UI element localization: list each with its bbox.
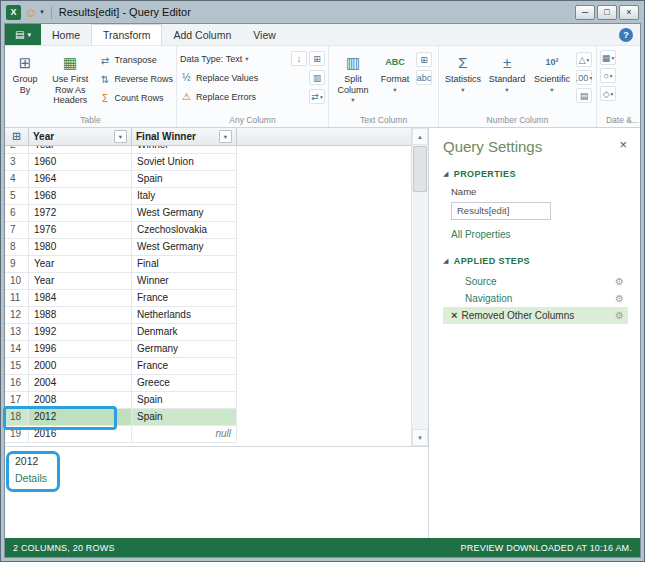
year-cell[interactable]: 1964: [29, 171, 132, 188]
winner-cell[interactable]: Germany: [132, 341, 237, 358]
winner-cell[interactable]: null: [132, 426, 237, 443]
date-icon[interactable]: ▦ ▾: [600, 50, 616, 65]
filter-icon[interactable]: ▾: [114, 130, 127, 143]
year-cell[interactable]: 2008: [29, 392, 132, 409]
table-row[interactable]: 10 Year Winner: [5, 273, 411, 290]
transpose-button[interactable]: ⇄ Transpose: [98, 52, 173, 68]
scientific-button[interactable]: 10² Scientific ▾: [530, 48, 574, 114]
unpivot-columns-icon[interactable]: ▥: [309, 70, 325, 85]
information-icon[interactable]: ▤: [576, 88, 592, 103]
scroll-up-button[interactable]: ▴: [412, 128, 428, 145]
filter-icon[interactable]: ▾: [219, 130, 232, 143]
row-number-cell[interactable]: 9: [5, 256, 29, 273]
winner-cell[interactable]: West Germany: [132, 239, 237, 256]
year-cell[interactable]: 1992: [29, 324, 132, 341]
year-cell[interactable]: 1972: [29, 205, 132, 222]
move-icon[interactable]: ⇄ ▾: [309, 89, 325, 104]
winner-cell[interactable]: Czechoslovakia: [132, 222, 237, 239]
pivot-column-icon[interactable]: ⊞: [309, 51, 325, 66]
close-pane-icon[interactable]: ×: [619, 137, 627, 152]
row-number-cell[interactable]: 14: [5, 341, 29, 358]
quick-access-dropdown-icon[interactable]: ▾: [40, 8, 44, 16]
vertical-scrollbar[interactable]: ▴ ▾: [411, 128, 428, 446]
table-row[interactable]: 6 1972 West Germany: [5, 205, 411, 222]
winner-cell[interactable]: Winner: [132, 146, 237, 154]
tab-home[interactable]: Home: [41, 24, 91, 45]
use-first-row-as-headers-button[interactable]: ▦ Use First Row As Headers: [44, 48, 97, 114]
scrollbar-track[interactable]: [412, 145, 428, 429]
row-number-cell[interactable]: 10: [5, 273, 29, 290]
applied-steps-section-header[interactable]: ◢ APPLIED STEPS: [443, 256, 628, 266]
row-number-cell[interactable]: 12: [5, 307, 29, 324]
rounding-icon[interactable]: .00 ▾: [576, 70, 592, 85]
column-header-year[interactable]: Year ▾: [29, 128, 132, 145]
year-cell[interactable]: Year: [29, 256, 132, 273]
winner-cell[interactable]: Netherlands: [132, 307, 237, 324]
table-row[interactable]: 14 1996 Germany: [5, 341, 411, 358]
count-rows-button[interactable]: Σ Count Rows: [98, 90, 173, 106]
winner-cell[interactable]: Winner: [132, 273, 237, 290]
feedback-smiley-icon[interactable]: ☺: [24, 5, 37, 20]
winner-cell[interactable]: West Germany: [132, 205, 237, 222]
row-number-cell[interactable]: 6: [5, 205, 29, 222]
standard-button[interactable]: ± Standard ▾: [486, 48, 528, 114]
time-icon[interactable]: ○ ▾: [600, 68, 616, 83]
table-row[interactable]: 19 2016 null: [5, 426, 411, 443]
applied-step-removed-other-columns[interactable]: × Removed Other Columns ⚙: [443, 307, 628, 324]
winner-cell[interactable]: Spain: [132, 392, 237, 409]
winner-cell[interactable]: Soviet Union: [132, 154, 237, 171]
year-cell[interactable]: 2004: [29, 375, 132, 392]
row-number-cell[interactable]: 11: [5, 290, 29, 307]
table-row[interactable]: 5 1968 Italy: [5, 188, 411, 205]
row-number-cell[interactable]: 2: [5, 146, 29, 154]
table-row[interactable]: 2 Year Winner: [5, 146, 411, 154]
minimize-button[interactable]: ─: [575, 5, 595, 20]
winner-cell[interactable]: Denmark: [132, 324, 237, 341]
table-row[interactable]: 9 Year Final: [5, 256, 411, 273]
table-menu-button[interactable]: ⊞: [5, 128, 29, 145]
year-cell[interactable]: 1976: [29, 222, 132, 239]
year-cell[interactable]: 1980: [29, 239, 132, 256]
table-row[interactable]: 7 1976 Czechoslovakia: [5, 222, 411, 239]
group-by-button[interactable]: ⊞ Group By: [8, 48, 42, 114]
winner-cell[interactable]: France: [132, 290, 237, 307]
duration-icon[interactable]: ◇ ▾: [600, 86, 616, 101]
gear-icon[interactable]: ⚙: [615, 276, 624, 287]
scroll-down-button[interactable]: ▾: [412, 429, 428, 446]
gear-icon[interactable]: ⚙: [615, 310, 624, 321]
details-link[interactable]: Details: [15, 472, 428, 484]
column-header-final-winner[interactable]: Final Winner ▾: [132, 128, 237, 145]
delete-step-icon[interactable]: ×: [451, 309, 457, 321]
year-cell[interactable]: 2000: [29, 358, 132, 375]
row-number-cell[interactable]: 5: [5, 188, 29, 205]
table-row[interactable]: 15 2000 France: [5, 358, 411, 375]
year-cell[interactable]: 2016: [29, 426, 132, 443]
fill-icon[interactable]: ↓: [291, 51, 307, 66]
table-row[interactable]: 16 2004 Greece: [5, 375, 411, 392]
file-menu-button[interactable]: ▤ ▾: [5, 24, 41, 45]
extract-icon[interactable]: abc: [416, 70, 432, 85]
row-number-cell[interactable]: 3: [5, 154, 29, 171]
row-number-cell[interactable]: 4: [5, 171, 29, 188]
gear-icon[interactable]: ⚙: [615, 293, 624, 304]
winner-cell[interactable]: Spain: [132, 409, 237, 426]
table-row[interactable]: 17 2008 Spain: [5, 392, 411, 409]
all-properties-link[interactable]: All Properties: [451, 229, 628, 240]
tab-transform[interactable]: Transform: [91, 24, 162, 45]
replace-values-button[interactable]: ½ Replace Values: [180, 70, 307, 86]
table-row[interactable]: 13 1992 Denmark: [5, 324, 411, 341]
applied-step-navigation[interactable]: Navigation ⚙: [443, 290, 628, 307]
table-row[interactable]: 3 1960 Soviet Union: [5, 154, 411, 171]
winner-cell[interactable]: France: [132, 358, 237, 375]
year-cell[interactable]: 1996: [29, 341, 132, 358]
row-number-cell[interactable]: 19: [5, 426, 29, 443]
tab-add-column[interactable]: Add Column: [162, 24, 242, 45]
row-number-cell[interactable]: 8: [5, 239, 29, 256]
row-number-cell[interactable]: 16: [5, 375, 29, 392]
year-cell[interactable]: 1984: [29, 290, 132, 307]
table-row[interactable]: 8 1980 West Germany: [5, 239, 411, 256]
replace-errors-button[interactable]: ⚠ Replace Errors: [180, 89, 307, 105]
statistics-button[interactable]: Σ Statistics ▾: [442, 48, 484, 114]
trigonometry-icon[interactable]: △ ▾: [576, 52, 592, 67]
row-number-cell[interactable]: 7: [5, 222, 29, 239]
